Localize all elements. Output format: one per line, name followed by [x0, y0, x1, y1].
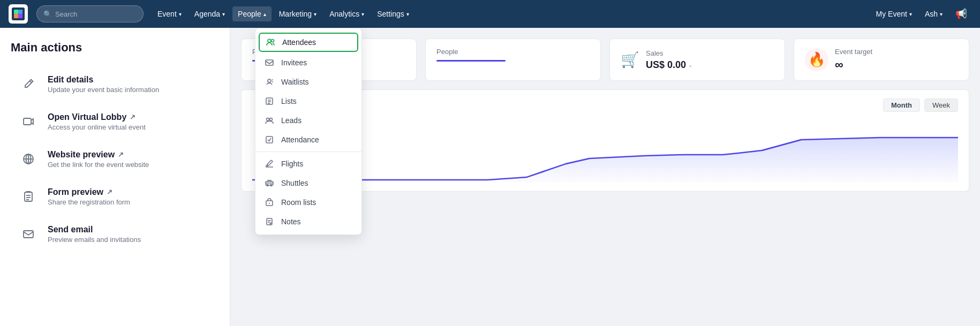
user-menu[interactable]: Ash ▾ [921, 6, 947, 21]
dropdown-item-notes[interactable]: Notes [255, 212, 361, 231]
dropdown-item-invitees[interactable]: Invitees [255, 53, 361, 72]
attendance-icon [264, 135, 275, 144]
cart-icon: 🛒 [621, 51, 639, 69]
logo[interactable] [9, 4, 28, 24]
notification-button[interactable]: 📢 [951, 5, 971, 23]
edit-title: Edit details [48, 75, 159, 85]
target-value: ∞ [835, 58, 872, 72]
dropdown-item-flights[interactable]: Flights [255, 154, 361, 173]
svg-rect-14 [24, 231, 33, 238]
chevron-down-icon: ▾ [940, 11, 943, 17]
chart-month-button[interactable]: Month [883, 98, 920, 112]
invitees-icon [264, 58, 275, 67]
nav-agenda[interactable]: Agenda ▾ [189, 6, 230, 21]
email-title: Send email [48, 225, 141, 234]
logo-inner [12, 7, 25, 20]
lobby-subtitle: Access your online virtual event [48, 123, 146, 131]
divider [255, 151, 361, 152]
room-lists-icon [264, 198, 275, 207]
nav-menu: Event ▾ Agenda ▾ People ▴ Marketing ▾ An… [152, 6, 414, 21]
svg-rect-2 [14, 14, 18, 18]
people-dropdown-menu: Attendees Invitees Waitlists [255, 28, 362, 235]
svg-rect-5 [24, 118, 31, 125]
external-link-icon: ↗ [130, 113, 135, 121]
sales-info: Sales US$ 0.00 - [646, 49, 691, 71]
nav-right: My Event ▾ Ash ▾ 📢 [872, 5, 971, 23]
sales-value: US$ 0.00 [646, 59, 686, 71]
email-icon [18, 223, 39, 245]
sidebar: Main actions Edit details Update your ev… [0, 28, 230, 326]
svg-rect-1 [18, 10, 22, 14]
dropdown-item-attendance[interactable]: Attendance [255, 130, 361, 149]
action-text-form: Form preview ↗ Share the registration fo… [48, 187, 130, 206]
video-icon [18, 111, 39, 132]
website-subtitle: Get the link for the event website [48, 161, 149, 169]
attendees-icon [265, 38, 276, 47]
chevron-up-icon: ▴ [263, 11, 266, 17]
lobby-title: Open Virtual Lobby ↗ [48, 112, 146, 122]
action-text-edit: Edit details Update your event basic inf… [48, 75, 159, 94]
action-text-email: Send email Preview emails and invitation… [48, 225, 141, 244]
chevron-down-icon: ▾ [222, 11, 225, 17]
action-text-lobby: Open Virtual Lobby ↗ Access your online … [48, 112, 146, 131]
stat-label: People [436, 48, 590, 56]
edit-subtitle: Update your event basic information [48, 86, 159, 94]
sales-label: Sales [646, 49, 691, 57]
dropdown-item-attendees[interactable]: Attendees [259, 33, 358, 52]
dropdown-item-lists[interactable]: Lists [255, 92, 361, 111]
form-subtitle: Share the registration form [48, 198, 130, 206]
email-subtitle: Preview emails and invitations [48, 236, 141, 244]
sidebar-title: Main actions [11, 41, 219, 55]
svg-rect-25 [266, 137, 273, 143]
chevron-down-icon: ▾ [361, 11, 364, 17]
navbar: 🔍 Search Event ▾ Agenda ▾ People ▴ Marke… [0, 0, 980, 28]
svg-point-16 [272, 40, 274, 42]
dropdown-item-waitlists[interactable]: Waitlists [255, 72, 361, 92]
chart-week-button[interactable]: Week [924, 98, 958, 112]
action-website-preview[interactable]: Website preview ↗ Get the link for the e… [11, 140, 219, 178]
search-icon: 🔍 [43, 10, 52, 18]
action-form-preview[interactable]: Form preview ↗ Share the registration fo… [11, 178, 219, 215]
nav-people[interactable]: People ▴ [232, 6, 272, 21]
form-title: Form preview ↗ [48, 187, 130, 197]
notes-icon [264, 217, 275, 226]
stat-card-target: 🔥 Event target ∞ [794, 39, 969, 81]
action-send-email[interactable]: Send email Preview emails and invitation… [11, 215, 219, 253]
waitlists-icon [264, 78, 275, 86]
svg-point-18 [268, 79, 271, 82]
my-event-menu[interactable]: My Event ▾ [872, 6, 916, 21]
leads-icon [264, 116, 275, 125]
svg-line-4 [30, 81, 32, 83]
target-icon: 🔥 [805, 48, 828, 72]
dropdown-item-shuttles[interactable]: Shuttles [255, 173, 361, 193]
chevron-down-icon: ▾ [406, 11, 409, 17]
svg-rect-3 [18, 14, 22, 18]
svg-rect-0 [14, 10, 18, 14]
search-bar[interactable]: 🔍 Search [36, 5, 144, 22]
dropdown-item-leads[interactable]: Leads [255, 111, 361, 130]
globe-icon [18, 148, 39, 170]
svg-point-15 [268, 39, 271, 42]
target-info: Event target ∞ [835, 48, 872, 72]
external-link-icon: ↗ [107, 188, 112, 196]
target-label: Event target [835, 48, 872, 56]
nav-settings[interactable]: Settings ▾ [372, 6, 414, 21]
svg-point-24 [270, 118, 273, 121]
lists-icon [264, 97, 275, 105]
chevron-down-icon: ▾ [179, 11, 182, 17]
nav-event[interactable]: Event ▾ [152, 6, 187, 21]
main-layout: Main actions Edit details Update your ev… [0, 28, 980, 326]
dropdown-item-room-lists[interactable]: Room lists [255, 193, 361, 212]
edit-icon [18, 73, 39, 95]
chevron-down-icon: ▾ [314, 11, 316, 17]
nav-analytics[interactable]: Analytics ▾ [324, 6, 370, 21]
chevron-down-icon: ▾ [909, 11, 912, 17]
search-placeholder: Search [55, 10, 77, 18]
stat-card-sales: 🛒 Sales US$ 0.00 - [609, 39, 785, 81]
clipboard-icon [18, 186, 39, 207]
nav-marketing[interactable]: Marketing ▾ [274, 6, 322, 21]
shuttles-icon [264, 179, 275, 187]
action-edit-details[interactable]: Edit details Update your event basic inf… [11, 65, 219, 103]
stat-bar [436, 60, 506, 62]
action-virtual-lobby[interactable]: Open Virtual Lobby ↗ Access your online … [11, 103, 219, 140]
